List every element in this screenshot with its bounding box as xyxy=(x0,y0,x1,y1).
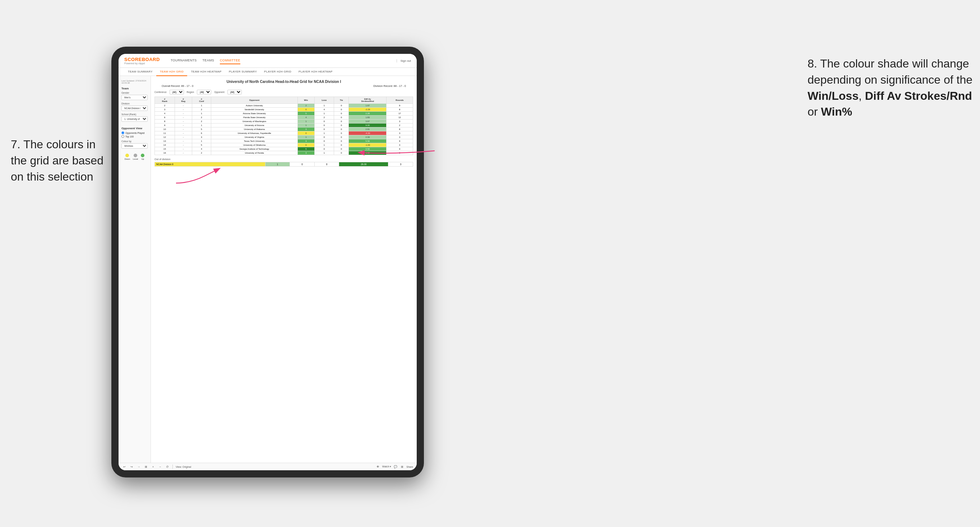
gender-select[interactable]: Men's xyxy=(121,95,148,100)
cell-win: 2 xyxy=(298,104,314,108)
cell-loss: 1 xyxy=(314,143,334,147)
division-select[interactable]: NCAA Division I xyxy=(121,106,148,111)
annotation-sep1: , xyxy=(859,89,865,102)
out-division-rounds: 3 xyxy=(388,162,413,167)
cell-rank: 4 xyxy=(155,112,175,116)
cell-win: 0 xyxy=(298,108,314,112)
color-legend-row: Down Level Up xyxy=(125,154,145,160)
nav-committee[interactable]: COMMITTEE xyxy=(220,57,240,64)
opponent-view-label: Opponent View xyxy=(121,127,148,130)
cell-loss: 1 xyxy=(314,112,334,116)
subnav-player-summary[interactable]: PLAYER SUMMARY xyxy=(225,68,261,75)
radio-top100[interactable]: Top 100 xyxy=(121,135,148,138)
cell-diff: 6.62 xyxy=(349,151,387,155)
cell-rank: 8 xyxy=(155,119,175,124)
plus-icon[interactable]: + xyxy=(151,465,155,469)
cell-rounds: 3 xyxy=(387,135,413,139)
redo-icon[interactable]: ↪ xyxy=(129,465,134,469)
table-row: 2 - 1 Auburn University 2 1 0 1.67 9 xyxy=(155,104,413,108)
cell-diff: 2.33 xyxy=(349,135,387,139)
sub-nav: TEAM SUMMARY TEAM H2H GRID TEAM H2H HEAT… xyxy=(119,68,417,76)
cell-loss: 1 xyxy=(314,132,334,135)
out-division-tie: 0 xyxy=(314,162,339,167)
school-select[interactable]: 1. University of Nort... xyxy=(121,116,148,122)
cell-conf: 3 xyxy=(192,135,211,139)
out-division-loss: 0 xyxy=(290,162,315,167)
cell-conf: 4 xyxy=(192,147,211,151)
cell-tie: 0 xyxy=(334,116,349,119)
level-dot xyxy=(134,154,137,157)
school-label: School (Rank) xyxy=(121,113,148,116)
cell-loss: 0 xyxy=(314,139,334,143)
cell-rounds: 2 xyxy=(387,124,413,127)
cell-rank: 6 xyxy=(155,116,175,119)
nav-teams[interactable]: TEAMS xyxy=(203,57,215,64)
cell-reg: - xyxy=(175,143,192,147)
cell-win: 0 xyxy=(298,143,314,147)
cell-diff: 4.50 xyxy=(349,147,387,151)
nav-tournaments[interactable]: TOURNAMENTS xyxy=(171,57,197,64)
cell-loss: 0 xyxy=(314,124,334,127)
share-label[interactable]: Share xyxy=(406,466,413,468)
subnav-team-summary[interactable]: TEAM SUMMARY xyxy=(124,68,156,75)
conference-select[interactable]: (All) xyxy=(170,90,184,94)
cell-reg: - xyxy=(175,147,192,151)
forward-icon[interactable]: → xyxy=(137,465,141,469)
out-division-row: NCAA Division II 1 0 0 26.00 3 xyxy=(155,162,413,167)
undo-icon[interactable]: ↩ xyxy=(122,465,126,469)
annotation-win-loss: Win/Loss xyxy=(808,89,859,102)
col-loss: Loss xyxy=(314,97,334,104)
cell-rounds: 3 xyxy=(387,119,413,124)
subnav-player-h2h-heatmap[interactable]: PLAYER H2H HEATMAP xyxy=(295,68,336,75)
cell-loss: 0 xyxy=(314,135,334,139)
cell-conf: 1 xyxy=(192,139,211,143)
out-division-win: 1 xyxy=(265,162,290,167)
minus-icon[interactable]: − xyxy=(158,465,162,469)
crop-icon[interactable]: ⊞ xyxy=(144,465,148,469)
annotation-right-intro: 8. The colour shade will change dependin… xyxy=(808,57,972,86)
clock-icon[interactable]: ⏱ xyxy=(165,465,170,469)
cell-reg: - xyxy=(175,124,192,127)
cell-diff: 2.61 xyxy=(349,127,387,132)
annotation-left: 7. The colours in the grid are based on … xyxy=(11,137,104,184)
bottom-toolbar: ↩ ↪ → ⊞ + − ⏱ View: Original 👁 Watch ▾ 💬… xyxy=(119,463,417,470)
col-diff: Diff AvStrokes/Rnd xyxy=(349,97,387,104)
subnav-team-h2h-heatmap[interactable]: TEAM H2H HEATMAP xyxy=(187,68,225,75)
col-opponent: Opponent xyxy=(211,97,298,104)
annotation-diff: Diff Av Strokes/Rnd xyxy=(865,89,972,102)
watch-label[interactable]: Watch ▾ xyxy=(382,465,391,468)
region-select[interactable]: (All) xyxy=(197,90,211,94)
toolbar-sep xyxy=(172,465,173,469)
cell-diff: 1.67 xyxy=(349,104,387,108)
up-dot xyxy=(141,154,145,157)
cell-opponent: University of Virginia xyxy=(211,135,298,139)
out-division-label: Out of division xyxy=(154,158,170,160)
cell-tie: 0 xyxy=(334,104,349,108)
comment-icon[interactable]: 💬 xyxy=(393,465,398,469)
grid-icon[interactable]: ⊞ xyxy=(400,465,404,469)
cell-conf: 1 xyxy=(192,124,211,127)
sign-out[interactable]: Sign out xyxy=(396,59,411,62)
subnav-team-h2h-grid[interactable]: TEAM H2H GRID xyxy=(156,68,188,76)
filter-row: Conference (All) Region (All) Opponent (… xyxy=(154,90,413,94)
cell-rank: 9 xyxy=(155,124,175,127)
logo-sub: Powered by clippd xyxy=(124,62,160,65)
colour-by-select[interactable]: Win/loss xyxy=(121,143,148,149)
col-rank: #Rank xyxy=(155,97,175,104)
cell-rounds: 12 xyxy=(387,116,413,119)
col-reg: #Reg xyxy=(175,97,192,104)
cell-rank: 14 xyxy=(155,143,175,147)
cell-reg: - xyxy=(175,139,192,143)
cell-tie: 0 xyxy=(334,132,349,135)
radio-opponents-played[interactable]: Opponents Played xyxy=(121,132,148,134)
conference-label: Conference xyxy=(154,91,167,93)
table-row: 15 - 4 Georgia Institute of Technology 5… xyxy=(155,147,413,151)
opponent-select[interactable]: (All) xyxy=(228,90,242,94)
nav-links: TOURNAMENTS TEAMS COMMITTEE xyxy=(171,57,390,64)
subnav-player-h2h-grid[interactable]: PLAYER H2H GRID xyxy=(261,68,295,75)
cell-reg: - xyxy=(175,132,192,135)
cell-loss: 0 xyxy=(314,127,334,132)
cell-diff: -4.33 xyxy=(349,132,387,135)
cell-diff: -2.29 xyxy=(349,108,387,112)
cell-diff: 1.83 xyxy=(349,116,387,119)
